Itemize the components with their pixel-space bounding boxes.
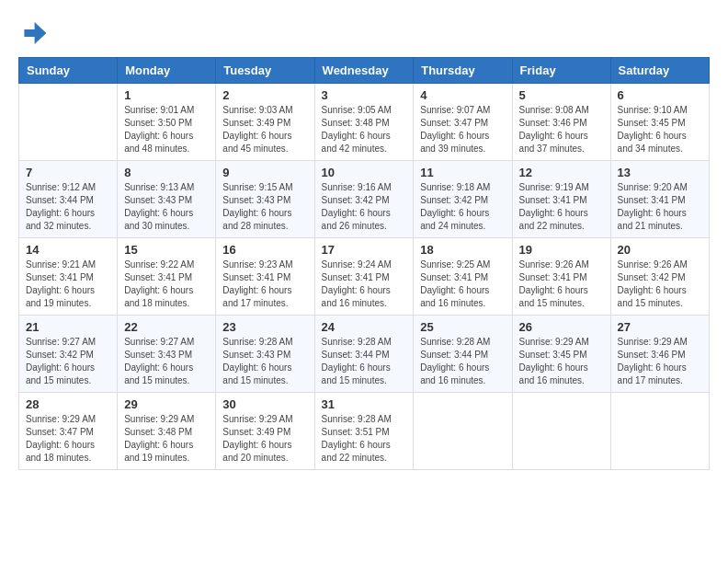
calendar-cell (512, 393, 610, 470)
calendar-cell: 27Sunrise: 9:29 AMSunset: 3:46 PMDayligh… (610, 316, 709, 393)
calendar-cell: 30Sunrise: 9:29 AMSunset: 3:49 PMDayligh… (216, 393, 314, 470)
day-number: 14 (26, 243, 110, 257)
day-info: Sunrise: 9:19 AMSunset: 3:41 PMDaylight:… (519, 181, 604, 233)
calendar-cell (610, 393, 709, 470)
day-info: Sunrise: 9:05 AMSunset: 3:48 PMDaylight:… (322, 104, 407, 155)
day-number: 25 (420, 320, 505, 334)
day-number: 1 (124, 88, 209, 102)
day-info: Sunrise: 9:12 AMSunset: 3:44 PMDaylight:… (26, 181, 110, 233)
day-info: Sunrise: 9:08 AMSunset: 3:46 PMDaylight:… (519, 104, 604, 155)
day-number: 5 (519, 88, 604, 102)
calendar-cell: 8Sunrise: 9:13 AMSunset: 3:43 PMDaylight… (118, 161, 216, 238)
calendar-cell: 4Sunrise: 9:07 AMSunset: 3:47 PMDaylight… (414, 84, 512, 161)
day-info: Sunrise: 9:29 AMSunset: 3:49 PMDaylight:… (222, 413, 307, 465)
day-number: 15 (124, 243, 209, 257)
calendar-cell: 16Sunrise: 9:23 AMSunset: 3:41 PMDayligh… (216, 238, 314, 316)
calendar-week-4: 21Sunrise: 9:27 AMSunset: 3:42 PMDayligh… (19, 316, 710, 393)
day-number: 24 (322, 320, 407, 334)
day-number: 20 (618, 243, 702, 257)
calendar-cell (19, 84, 118, 161)
day-number: 4 (420, 88, 505, 102)
logo-icon (18, 18, 48, 48)
day-number: 30 (222, 397, 307, 411)
calendar-cell: 9Sunrise: 9:15 AMSunset: 3:43 PMDaylight… (216, 161, 314, 238)
day-info: Sunrise: 9:10 AMSunset: 3:45 PMDaylight:… (618, 104, 702, 155)
day-number: 21 (26, 320, 110, 334)
day-info: Sunrise: 9:23 AMSunset: 3:41 PMDaylight:… (222, 259, 307, 310)
calendar-cell: 19Sunrise: 9:26 AMSunset: 3:41 PMDayligh… (512, 238, 610, 316)
day-number: 19 (519, 243, 604, 257)
calendar-cell: 21Sunrise: 9:27 AMSunset: 3:42 PMDayligh… (19, 316, 118, 393)
calendar-cell: 23Sunrise: 9:28 AMSunset: 3:43 PMDayligh… (216, 316, 314, 393)
day-number: 22 (124, 320, 209, 334)
day-number: 13 (618, 166, 702, 179)
day-info: Sunrise: 9:21 AMSunset: 3:41 PMDaylight:… (26, 259, 110, 310)
day-info: Sunrise: 9:29 AMSunset: 3:48 PMDaylight:… (124, 413, 209, 465)
day-info: Sunrise: 9:07 AMSunset: 3:47 PMDaylight:… (420, 104, 505, 155)
day-info: Sunrise: 9:26 AMSunset: 3:42 PMDaylight:… (618, 259, 702, 310)
calendar-cell: 15Sunrise: 9:22 AMSunset: 3:41 PMDayligh… (118, 238, 216, 316)
day-info: Sunrise: 9:27 AMSunset: 3:43 PMDaylight:… (124, 336, 209, 387)
day-info: Sunrise: 9:28 AMSunset: 3:51 PMDaylight:… (322, 413, 407, 465)
calendar-cell: 31Sunrise: 9:28 AMSunset: 3:51 PMDayligh… (314, 393, 414, 470)
day-info: Sunrise: 9:29 AMSunset: 3:45 PMDaylight:… (519, 336, 604, 387)
day-number: 26 (519, 320, 604, 334)
day-info: Sunrise: 9:28 AMSunset: 3:44 PMDaylight:… (322, 336, 407, 387)
calendar-cell: 6Sunrise: 9:10 AMSunset: 3:45 PMDaylight… (610, 84, 709, 161)
day-info: Sunrise: 9:26 AMSunset: 3:41 PMDaylight:… (519, 259, 604, 310)
calendar-cell: 3Sunrise: 9:05 AMSunset: 3:48 PMDaylight… (314, 84, 414, 161)
day-header-tuesday: Tuesday (216, 58, 314, 84)
day-info: Sunrise: 9:20 AMSunset: 3:41 PMDaylight:… (618, 181, 702, 233)
day-header-wednesday: Wednesday (314, 58, 414, 84)
calendar-cell: 22Sunrise: 9:27 AMSunset: 3:43 PMDayligh… (118, 316, 216, 393)
calendar-cell: 20Sunrise: 9:26 AMSunset: 3:42 PMDayligh… (610, 238, 709, 316)
day-info: Sunrise: 9:27 AMSunset: 3:42 PMDaylight:… (26, 336, 110, 387)
day-header-friday: Friday (512, 58, 610, 84)
calendar-week-5: 28Sunrise: 9:29 AMSunset: 3:47 PMDayligh… (19, 393, 710, 470)
calendar-cell: 10Sunrise: 9:16 AMSunset: 3:42 PMDayligh… (314, 161, 414, 238)
calendar-cell: 28Sunrise: 9:29 AMSunset: 3:47 PMDayligh… (19, 393, 118, 470)
day-info: Sunrise: 9:03 AMSunset: 3:49 PMDaylight:… (222, 104, 307, 155)
day-header-saturday: Saturday (610, 58, 709, 84)
calendar-cell: 12Sunrise: 9:19 AMSunset: 3:41 PMDayligh… (512, 161, 610, 238)
calendar-header-row: SundayMondayTuesdayWednesdayThursdayFrid… (19, 58, 710, 84)
day-info: Sunrise: 9:25 AMSunset: 3:41 PMDaylight:… (420, 259, 505, 310)
day-info: Sunrise: 9:13 AMSunset: 3:43 PMDaylight:… (124, 181, 209, 233)
calendar-week-2: 7Sunrise: 9:12 AMSunset: 3:44 PMDaylight… (19, 161, 710, 238)
page-header (18, 18, 710, 48)
calendar-cell: 5Sunrise: 9:08 AMSunset: 3:46 PMDaylight… (512, 84, 610, 161)
day-number: 31 (322, 397, 407, 411)
day-info: Sunrise: 9:29 AMSunset: 3:46 PMDaylight:… (618, 336, 702, 387)
calendar-cell: 7Sunrise: 9:12 AMSunset: 3:44 PMDaylight… (19, 161, 118, 238)
logo (18, 18, 51, 48)
calendar-cell: 1Sunrise: 9:01 AMSunset: 3:50 PMDaylight… (118, 84, 216, 161)
calendar-cell: 29Sunrise: 9:29 AMSunset: 3:48 PMDayligh… (118, 393, 216, 470)
day-number: 28 (26, 397, 110, 411)
day-number: 16 (222, 243, 307, 257)
day-info: Sunrise: 9:15 AMSunset: 3:43 PMDaylight:… (222, 181, 307, 233)
day-info: Sunrise: 9:24 AMSunset: 3:41 PMDaylight:… (322, 259, 407, 310)
calendar-cell: 25Sunrise: 9:28 AMSunset: 3:44 PMDayligh… (414, 316, 512, 393)
day-info: Sunrise: 9:28 AMSunset: 3:43 PMDaylight:… (222, 336, 307, 387)
day-header-thursday: Thursday (414, 58, 512, 84)
svg-marker-0 (24, 22, 46, 44)
day-info: Sunrise: 9:22 AMSunset: 3:41 PMDaylight:… (124, 259, 209, 310)
day-info: Sunrise: 9:28 AMSunset: 3:44 PMDaylight:… (420, 336, 505, 387)
day-info: Sunrise: 9:16 AMSunset: 3:42 PMDaylight:… (322, 181, 407, 233)
calendar-cell: 26Sunrise: 9:29 AMSunset: 3:45 PMDayligh… (512, 316, 610, 393)
day-header-monday: Monday (118, 58, 216, 84)
day-info: Sunrise: 9:18 AMSunset: 3:42 PMDaylight:… (420, 181, 505, 233)
day-number: 6 (618, 88, 702, 102)
day-number: 7 (26, 166, 110, 179)
day-number: 12 (519, 166, 604, 179)
day-number: 11 (420, 166, 505, 179)
calendar-cell: 13Sunrise: 9:20 AMSunset: 3:41 PMDayligh… (610, 161, 709, 238)
day-number: 17 (322, 243, 407, 257)
calendar-week-3: 14Sunrise: 9:21 AMSunset: 3:41 PMDayligh… (19, 238, 710, 316)
calendar-cell: 2Sunrise: 9:03 AMSunset: 3:49 PMDaylight… (216, 84, 314, 161)
day-number: 29 (124, 397, 209, 411)
calendar-cell: 11Sunrise: 9:18 AMSunset: 3:42 PMDayligh… (414, 161, 512, 238)
day-number: 3 (322, 88, 407, 102)
calendar: SundayMondayTuesdayWednesdayThursdayFrid… (18, 57, 710, 470)
calendar-cell: 18Sunrise: 9:25 AMSunset: 3:41 PMDayligh… (414, 238, 512, 316)
